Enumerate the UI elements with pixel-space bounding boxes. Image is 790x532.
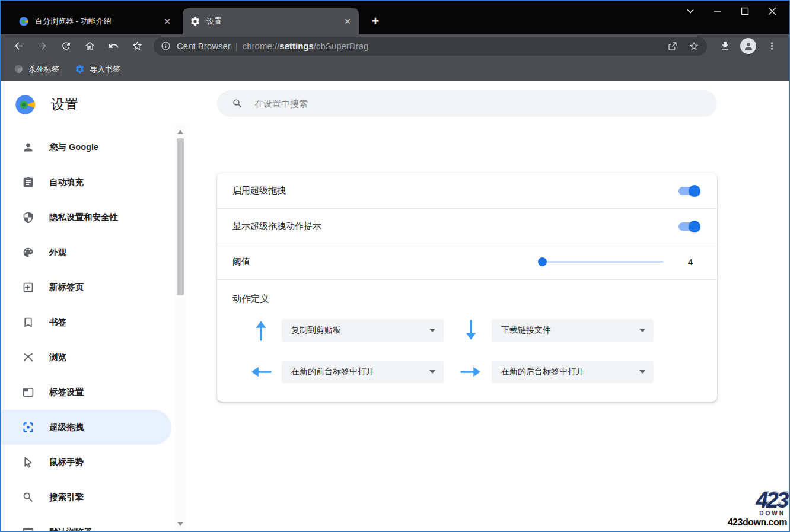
downloads-icon[interactable] bbox=[713, 37, 737, 56]
setting-label: 启用超级拖拽 bbox=[232, 185, 678, 196]
sidebar-item-label: 鼠标手势 bbox=[49, 457, 84, 468]
sidebar-item-autofill[interactable]: 自动填充 bbox=[1, 165, 175, 200]
back-button[interactable] bbox=[7, 37, 30, 56]
scrollbar-up-arrow[interactable] bbox=[177, 130, 183, 134]
drag-down-arrow-icon bbox=[458, 317, 484, 343]
sidebar-item-appearance[interactable]: 外观 bbox=[1, 235, 175, 270]
bookmark-star-icon[interactable] bbox=[683, 37, 705, 56]
sidebar-item-label: 新标签页 bbox=[49, 282, 84, 293]
sidebar-item-label: 标签设置 bbox=[49, 387, 84, 398]
tab-title: 百分浏览器 - 功能介绍 bbox=[35, 16, 156, 27]
browser-toolbar: Cent Browser|chrome://settings/cbSuperDr… bbox=[1, 34, 789, 58]
sidebar-item-super-drag[interactable]: 超级拖拽 bbox=[1, 410, 171, 445]
refresh-button[interactable] bbox=[54, 37, 78, 56]
menu-kebab-icon[interactable] bbox=[760, 37, 783, 56]
action-row: 复制到剪贴板 下载链接文件 bbox=[232, 317, 702, 343]
blue-gear-icon bbox=[75, 64, 85, 74]
drag-left-arrow-icon bbox=[248, 359, 274, 385]
slider-knob[interactable] bbox=[538, 257, 547, 266]
action-row: 在新的前台标签中打开 在新的后台标签中打开 bbox=[232, 359, 702, 385]
watermark-logo: 423 bbox=[728, 489, 787, 511]
sidebar-item-new-tab-page[interactable]: 新标签页 bbox=[1, 270, 175, 305]
sidebar-item-label: 默认浏览器 bbox=[49, 527, 93, 531]
sidebar-item-privacy-security[interactable]: 隐私设置和安全性 bbox=[1, 200, 175, 235]
page-title: 设置 bbox=[51, 95, 78, 114]
chevron-down-icon bbox=[429, 329, 435, 332]
address-bar[interactable]: Cent Browser|chrome://settings/cbSuperDr… bbox=[154, 37, 707, 56]
sidebar-item-label: 搜索引擎 bbox=[49, 492, 84, 503]
select-value: 在新的后台标签中打开 bbox=[501, 367, 584, 377]
clipboard-icon bbox=[22, 176, 34, 189]
toolbar-right-group bbox=[713, 37, 783, 56]
tab-close-icon[interactable]: ✕ bbox=[162, 16, 173, 27]
sidebar-item-you-and-google[interactable]: 您与 Google bbox=[1, 130, 175, 165]
setting-label: 阈值 bbox=[232, 256, 540, 267]
drag-down-action-select[interactable]: 下载链接文件 bbox=[492, 319, 654, 342]
threshold-slider[interactable] bbox=[540, 261, 664, 263]
drag-up-arrow-icon bbox=[248, 317, 274, 343]
setting-label: 显示超级拖拽动作提示 bbox=[232, 221, 678, 232]
chevron-down-icon bbox=[639, 370, 645, 374]
tab-close-icon[interactable]: ✕ bbox=[342, 16, 353, 27]
forward-button[interactable] bbox=[30, 37, 54, 56]
restore-tab-button[interactable] bbox=[101, 37, 125, 56]
tab-strip: 百分浏览器 - 功能介绍 ✕ 设置 ✕ + bbox=[1, 1, 789, 34]
sidebar-item-browsing[interactable]: 浏览 bbox=[1, 340, 175, 375]
page-info-icon[interactable] bbox=[161, 41, 171, 51]
scrollbar-down-arrow[interactable] bbox=[177, 522, 183, 526]
bookmark-label: 杀死标签 bbox=[28, 64, 59, 75]
settings-search-input[interactable] bbox=[254, 98, 717, 109]
bookmark-all-star-icon[interactable] bbox=[125, 37, 149, 56]
sidebar-item-bookmarks[interactable]: 书签 bbox=[1, 305, 175, 340]
bookmark-kill-tab[interactable]: 杀死标签 bbox=[9, 62, 64, 77]
url-text: Cent Browser|chrome://settings/cbSuperDr… bbox=[177, 41, 662, 51]
sidebar-item-mouse-gestures[interactable]: 鼠标手势 bbox=[1, 445, 175, 480]
shield-icon bbox=[22, 211, 34, 224]
share-icon[interactable] bbox=[662, 37, 683, 56]
chevron-down-icon bbox=[429, 370, 435, 374]
drag-right-action-select[interactable]: 在新的后台标签中打开 bbox=[492, 361, 654, 383]
sidebar-item-search-engine[interactable]: 搜索引擎 bbox=[1, 480, 175, 515]
settings-search[interactable] bbox=[217, 90, 717, 117]
setting-row-enable-super-drag: 启用超级拖拽 bbox=[217, 173, 717, 209]
minimize-button[interactable] bbox=[704, 3, 731, 20]
new-tab-button[interactable]: + bbox=[367, 12, 384, 30]
show-action-hint-toggle[interactable] bbox=[678, 222, 699, 231]
settings-header: 设置 bbox=[1, 81, 175, 128]
search-icon bbox=[22, 491, 34, 504]
watermark-site: 423down.com bbox=[728, 518, 787, 527]
profile-avatar[interactable] bbox=[740, 38, 756, 54]
sidebar-scrollbar[interactable] bbox=[175, 125, 186, 531]
sidebar-item-tab-settings[interactable]: 标签设置 bbox=[1, 375, 175, 410]
drag-up-action-select[interactable]: 复制到剪贴板 bbox=[282, 319, 444, 342]
sidebar-item-label: 书签 bbox=[49, 317, 66, 328]
browser-window: { "tabs": [ { "title": "百分浏览器 - 功能介绍" },… bbox=[0, 0, 790, 532]
threshold-value: 4 bbox=[683, 257, 698, 267]
maximize-button[interactable] bbox=[731, 3, 759, 20]
scrollbar-thumb[interactable] bbox=[177, 138, 184, 295]
settings-menu: 您与 Google 自动填充 隐私设置和安全性 外观 新标签页 书签 bbox=[1, 130, 175, 531]
bookmark-import[interactable]: 导入书签 bbox=[70, 62, 125, 77]
site-watermark: 423 DOWN 423down.com bbox=[724, 489, 787, 527]
tab-cent-intro[interactable]: 百分浏览器 - 功能介绍 ✕ bbox=[11, 8, 179, 34]
sidebar-item-label: 超级拖拽 bbox=[49, 422, 84, 433]
select-value: 下载链接文件 bbox=[501, 325, 551, 336]
browser-icon bbox=[22, 526, 34, 531]
close-button[interactable] bbox=[759, 3, 786, 20]
sidebar-item-label: 隐私设置和安全性 bbox=[49, 212, 118, 223]
sidebar-item-label: 自动填充 bbox=[49, 177, 84, 188]
home-button[interactable] bbox=[78, 37, 101, 56]
toggle-knob bbox=[689, 185, 700, 197]
select-value: 复制到剪贴板 bbox=[291, 325, 341, 336]
drag-left-action-select[interactable]: 在新的前台标签中打开 bbox=[282, 361, 444, 383]
sidebar-item-default-browser[interactable]: 默认浏览器 bbox=[1, 515, 175, 531]
tab-search-chevron-icon[interactable] bbox=[677, 3, 704, 20]
enable-super-drag-toggle[interactable] bbox=[678, 187, 699, 195]
url-site-name: Cent Browser bbox=[177, 41, 231, 51]
url-host: settings bbox=[279, 41, 314, 51]
new-tab-icon bbox=[22, 281, 34, 294]
tab-settings[interactable]: 设置 ✕ bbox=[183, 8, 359, 34]
settings-page: 设置 您与 Google 自动填充 隐私设置和安全性 外观 新标签页 bbox=[1, 81, 789, 531]
gear-icon bbox=[190, 16, 200, 27]
globe-icon bbox=[14, 64, 24, 74]
